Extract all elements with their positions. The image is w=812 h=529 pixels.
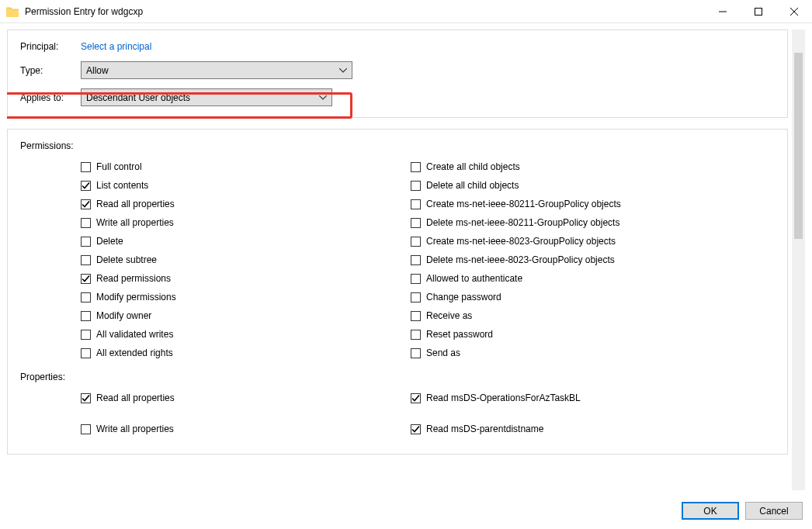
permission-label: Write all properties xyxy=(96,217,174,228)
permission-label: Create ms-net-ieee-8023-GroupPolicy obje… xyxy=(426,236,616,247)
permission-checkbox[interactable] xyxy=(411,255,421,265)
permission-item: Modify owner xyxy=(81,306,411,325)
permission-item: Delete ms-net-ieee-80211-GroupPolicy obj… xyxy=(411,213,621,232)
permission-label: Modify permissions xyxy=(96,292,176,303)
property-item: Read msDS-OperationsForAzTaskBL xyxy=(411,389,581,407)
type-select-value: Allow xyxy=(86,65,109,76)
chevron-down-icon xyxy=(339,68,347,73)
permission-label: Modify owner xyxy=(96,310,151,321)
property-label: Read msDS-parentdistname xyxy=(426,424,543,434)
permission-checkbox[interactable] xyxy=(81,181,91,191)
permission-label: Read all properties xyxy=(96,199,175,209)
property-checkbox[interactable] xyxy=(411,424,421,434)
property-checkbox[interactable] xyxy=(81,393,91,403)
property-label: Read msDS-OperationsForAzTaskBL xyxy=(426,392,581,403)
permission-item: Change password xyxy=(411,288,621,306)
permission-checkbox[interactable] xyxy=(411,181,421,191)
permission-label: Allowed to authenticate xyxy=(426,273,522,284)
permission-checkbox[interactable] xyxy=(411,292,421,303)
permission-label: Delete xyxy=(96,236,123,247)
svg-rect-0 xyxy=(755,8,762,15)
applies-to-select-value: Descendant User objects xyxy=(86,92,190,103)
applies-to-label: Applies to: xyxy=(20,92,81,103)
permission-checkbox[interactable] xyxy=(81,162,91,172)
dialog-footer: OK Cancel xyxy=(682,502,803,520)
permission-checkbox[interactable] xyxy=(81,255,91,265)
property-checkbox[interactable] xyxy=(411,393,421,403)
permission-item: Send as xyxy=(411,344,621,362)
property-label: Read all properties xyxy=(96,392,175,403)
close-button[interactable] xyxy=(776,0,812,23)
permission-checkbox[interactable] xyxy=(411,237,421,247)
cancel-button[interactable]: Cancel xyxy=(745,502,803,520)
permission-checkbox[interactable] xyxy=(81,330,91,340)
type-label: Type: xyxy=(20,65,81,76)
permission-item: Read all properties xyxy=(81,195,411,213)
property-label: Write all properties xyxy=(96,424,174,434)
permission-checkbox[interactable] xyxy=(81,311,91,321)
permission-item: Create ms-net-ieee-8023-GroupPolicy obje… xyxy=(411,232,621,251)
permissions-section-label: Permissions: xyxy=(20,140,775,151)
properties-section-label: Properties: xyxy=(20,372,775,382)
permission-item: Delete subtree xyxy=(81,251,411,269)
permission-item: Delete all child objects xyxy=(411,176,621,195)
principal-panel: Principal: Select a principal Type: Allo… xyxy=(7,29,788,118)
maximize-button[interactable] xyxy=(741,0,776,23)
permission-item: Full control xyxy=(81,157,411,176)
property-item: Read msDS-parentdistname xyxy=(411,420,581,438)
permission-checkbox[interactable] xyxy=(81,348,91,358)
permission-label: Send as xyxy=(426,347,460,358)
permission-item: All extended rights xyxy=(81,344,411,362)
permission-label: All validated writes xyxy=(96,329,173,340)
permission-checkbox[interactable] xyxy=(81,274,91,284)
permission-item: Allowed to authenticate xyxy=(411,269,621,288)
titlebar: Permission Entry for wdgcxp xyxy=(0,0,812,23)
permission-item: Delete ms-net-ieee-8023-GroupPolicy obje… xyxy=(411,251,621,269)
permission-item: Modify permissions xyxy=(81,288,411,306)
permission-checkbox[interactable] xyxy=(411,330,421,340)
permission-label: Create ms-net-ieee-80211-GroupPolicy obj… xyxy=(426,199,621,209)
permission-label: Create all child objects xyxy=(426,161,520,172)
applies-to-select[interactable]: Descendant User objects xyxy=(81,88,332,106)
property-checkbox[interactable] xyxy=(81,424,91,434)
scrollbar-thumb[interactable] xyxy=(794,53,803,239)
permission-label: Reset password xyxy=(426,329,493,340)
folder-icon xyxy=(6,6,19,17)
permission-label: Delete subtree xyxy=(96,254,157,265)
permission-item: Write all properties xyxy=(81,213,411,232)
property-item: Read all properties xyxy=(81,389,411,407)
permission-label: Delete ms-net-ieee-8023-GroupPolicy obje… xyxy=(426,254,615,265)
permission-label: Read permissions xyxy=(96,273,171,284)
principal-label: Principal: xyxy=(20,41,81,52)
permission-checkbox[interactable] xyxy=(81,218,91,228)
scrollbar[interactable] xyxy=(792,29,805,490)
permission-label: List contents xyxy=(96,180,148,191)
permission-checkbox[interactable] xyxy=(411,162,421,172)
permission-checkbox[interactable] xyxy=(411,348,421,358)
permission-checkbox[interactable] xyxy=(81,237,91,247)
permission-label: Delete ms-net-ieee-80211-GroupPolicy obj… xyxy=(426,217,619,228)
permission-label: All extended rights xyxy=(96,347,173,358)
permission-item: Read permissions xyxy=(81,269,411,288)
permission-checkbox[interactable] xyxy=(411,218,421,228)
select-principal-link[interactable]: Select a principal xyxy=(81,41,151,52)
permission-checkbox[interactable] xyxy=(411,199,421,209)
minimize-button[interactable] xyxy=(705,0,741,23)
permission-label: Receive as xyxy=(426,310,472,321)
permission-label: Delete all child objects xyxy=(426,180,519,191)
chevron-down-icon xyxy=(319,95,327,100)
permission-item: Delete xyxy=(81,232,411,251)
ok-button[interactable]: OK xyxy=(682,502,739,520)
permission-checkbox[interactable] xyxy=(411,311,421,321)
permission-label: Change password xyxy=(426,292,501,303)
property-item: Write all properties xyxy=(81,420,411,438)
permission-item: All validated writes xyxy=(81,325,411,344)
permission-item: Create ms-net-ieee-80211-GroupPolicy obj… xyxy=(411,195,621,213)
permission-checkbox[interactable] xyxy=(411,274,421,284)
type-select[interactable]: Allow xyxy=(81,61,352,79)
permission-item: Reset password xyxy=(411,325,621,344)
permissions-panel: Permissions: Full controlList contentsRe… xyxy=(7,129,788,455)
permission-checkbox[interactable] xyxy=(81,199,91,209)
permission-checkbox[interactable] xyxy=(81,292,91,303)
permission-item: Receive as xyxy=(411,306,621,325)
